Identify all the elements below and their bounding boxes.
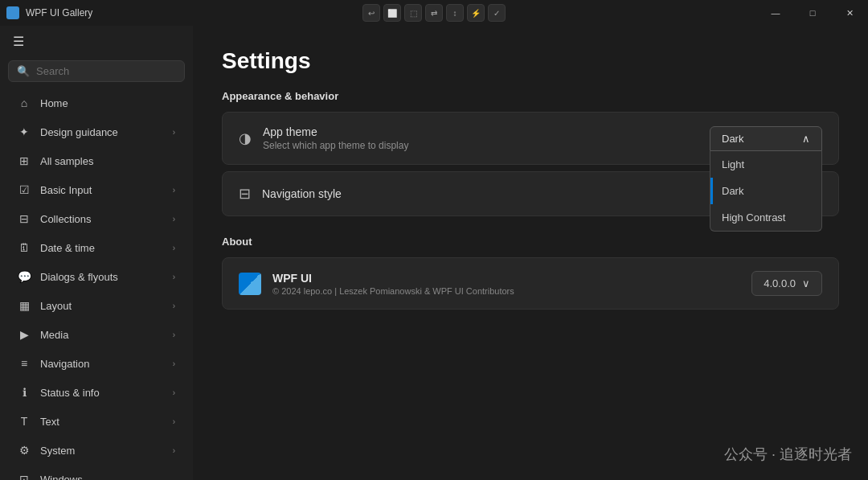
toolbar-btn-1[interactable]: ↩	[362, 4, 380, 22]
chevron-icon: ›	[173, 186, 175, 195]
sidebar-item-navigation[interactable]: ≡ Navigation ›	[5, 350, 188, 377]
text-icon: T	[18, 415, 31, 428]
dropdown-option-high-contrast[interactable]: High Contrast	[710, 204, 821, 231]
layout-icon: ▦	[18, 299, 31, 312]
sidebar-item-label: Date & time	[40, 242, 95, 254]
chevron-up-icon: ∧	[802, 133, 810, 145]
sidebar-item-label: Basic Input	[40, 184, 92, 196]
info-icon: ℹ	[18, 386, 31, 399]
sidebar-item-home[interactable]: ⌂ Home	[5, 89, 188, 117]
chevron-icon: ›	[173, 446, 175, 455]
sidebar-item-label: Status & info	[40, 387, 100, 399]
dropdown-option-label: Light	[722, 158, 744, 170]
sidebar-item-label: Text	[40, 416, 59, 428]
chevron-icon: ›	[173, 330, 175, 339]
nav-style-icon: ⊟	[239, 185, 251, 203]
navigation-style-label: Navigation style	[262, 187, 342, 200]
about-app-sub: © 2024 lepo.co | Leszek Pomianowski & WP…	[272, 286, 514, 296]
search-icon: 🔍	[17, 65, 30, 77]
app-icon	[6, 6, 19, 19]
sidebar-item-media[interactable]: ▶ Media ›	[5, 321, 188, 348]
hamburger-menu[interactable]: ☰	[0, 26, 193, 57]
appearance-section-title: Appearance & behavior	[222, 90, 839, 102]
app-theme-label: App theme	[263, 125, 408, 138]
about-card: WPF UI © 2024 lepo.co | Leszek Pomianows…	[222, 257, 839, 310]
sidebar-item-label: Collections	[40, 213, 92, 225]
about-section: About WPF UI © 2024 lepo.co | Leszek Pom…	[222, 236, 839, 310]
chevron-icon: ›	[173, 302, 175, 310]
design-icon: ✦	[18, 125, 31, 138]
sidebar-item-label: Media	[40, 329, 68, 341]
dropdown-option-light[interactable]: Light	[710, 151, 821, 178]
version-value: 4.0.0.0	[764, 277, 796, 289]
navigation-icon: ≡	[18, 357, 31, 370]
chevron-icon: ›	[173, 128, 175, 137]
sidebar-item-label: Dialogs & flyouts	[40, 271, 118, 283]
sidebar-item-status-info[interactable]: ℹ Status & info ›	[5, 379, 188, 406]
app-theme-sub: Select which app theme to display	[263, 140, 408, 151]
dropdown-current-value: Dark	[722, 133, 743, 145]
search-input[interactable]	[36, 65, 176, 77]
chevron-icon: ›	[173, 244, 175, 252]
sidebar-item-dialogs[interactable]: 💬 Dialogs & flyouts ›	[5, 263, 188, 290]
sidebar-item-label: Home	[40, 97, 68, 109]
sidebar-item-design-guidance[interactable]: ✦ Design guidance ›	[5, 118, 188, 146]
about-app-title: WPF UI	[272, 272, 514, 285]
chevron-down-icon: ∨	[802, 277, 810, 289]
sidebar-item-windows[interactable]: ⊡ Windows	[5, 466, 188, 480]
page-title: Settings	[222, 48, 839, 74]
dropdown-option-label: Dark	[722, 185, 743, 197]
sidebar-item-collections[interactable]: ⊟ Collections ›	[5, 205, 188, 232]
titlebar-left: WPF UI Gallery	[6, 6, 92, 19]
close-button[interactable]: ✕	[831, 0, 868, 26]
sidebar-item-label: Layout	[40, 300, 72, 312]
theme-dropdown-container: Dark ∧ Light Dark High Contrast	[710, 126, 822, 151]
maximize-button[interactable]: □	[794, 0, 831, 26]
theme-dropdown-button[interactable]: Dark ∧	[710, 126, 822, 151]
sidebar-item-label: Windows	[40, 474, 83, 481]
version-button[interactable]: 4.0.0.0 ∨	[751, 271, 822, 296]
chevron-icon: ›	[173, 215, 175, 224]
toolbar-btn-3[interactable]: ⬚	[404, 4, 422, 22]
titlebar: WPF UI Gallery ↩ ⬜ ⬚ ⇄ ↕ ⚡ ✓ — □ ✕	[0, 0, 868, 26]
calendar-icon: 🗓	[18, 241, 31, 254]
sidebar-item-all-samples[interactable]: ⊞ All samples	[5, 147, 188, 174]
sidebar-item-system[interactable]: ⚙ System ›	[5, 437, 188, 464]
system-icon: ⚙	[18, 444, 31, 457]
wpf-ui-logo	[239, 273, 261, 295]
toolbar-btn-5[interactable]: ↕	[446, 4, 464, 22]
toolbar-btn-4[interactable]: ⇄	[425, 4, 443, 22]
dropdown-option-label: High Contrast	[722, 211, 785, 224]
sidebar-item-label: Design guidance	[40, 126, 118, 138]
minimize-button[interactable]: —	[757, 0, 794, 26]
checkbox-icon: ☑	[18, 183, 31, 196]
app-theme-card: ◑ App theme Select which app theme to di…	[222, 112, 839, 165]
search-box[interactable]: 🔍	[8, 60, 185, 82]
toolbar-btn-2[interactable]: ⬜	[383, 4, 401, 22]
collections-icon: ⊟	[18, 212, 31, 225]
sidebar-item-layout[interactable]: ▦ Layout ›	[5, 292, 188, 319]
sidebar-item-label: System	[40, 445, 75, 457]
titlebar-title: WPF UI Gallery	[26, 7, 92, 18]
sidebar-item-text[interactable]: T Text ›	[5, 408, 188, 435]
main-content: Settings Appearance & behavior ◑ App the…	[193, 26, 868, 480]
theme-dropdown-menu: Light Dark High Contrast	[710, 151, 822, 232]
toolbar-area: ↩ ⬜ ⬚ ⇄ ↕ ⚡ ✓	[362, 4, 506, 22]
sidebar-item-label: Navigation	[40, 358, 89, 370]
sidebar-item-basic-input[interactable]: ☑ Basic Input ›	[5, 176, 188, 203]
toolbar-btn-7[interactable]: ✓	[488, 4, 506, 22]
about-section-title: About	[222, 236, 839, 248]
theme-icon: ◑	[239, 129, 252, 147]
chevron-icon: ›	[173, 388, 175, 397]
chevron-icon: ›	[173, 359, 175, 368]
window-controls: — □ ✕	[757, 0, 868, 26]
sidebar-item-date-time[interactable]: 🗓 Date & time ›	[5, 234, 188, 261]
toolbar-btn-6[interactable]: ⚡	[467, 4, 485, 22]
chevron-icon: ›	[173, 273, 175, 281]
media-icon: ▶	[18, 328, 31, 341]
grid-icon: ⊞	[18, 154, 31, 167]
app-body: ☰ 🔍 ⌂ Home ✦ Design guidance › ⊞ All sam…	[0, 26, 868, 480]
windows-icon: ⊡	[18, 473, 31, 480]
dropdown-option-dark[interactable]: Dark	[710, 178, 821, 204]
sidebar: ☰ 🔍 ⌂ Home ✦ Design guidance › ⊞ All sam…	[0, 26, 193, 480]
